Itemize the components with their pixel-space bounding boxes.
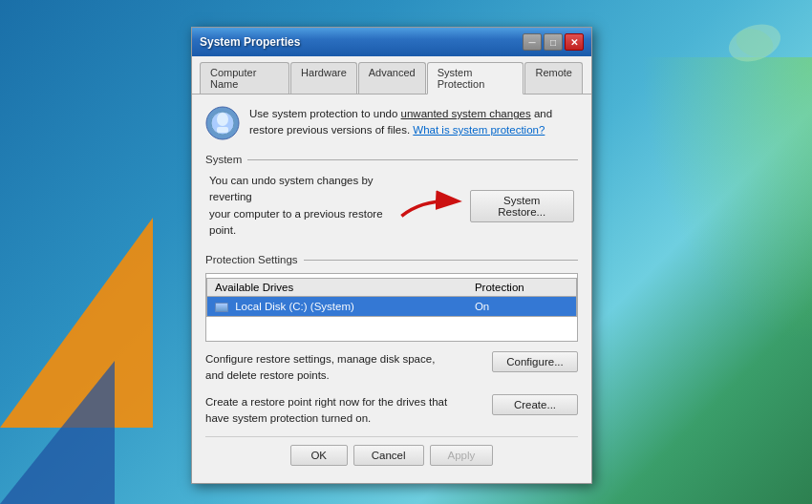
tab-advanced[interactable]: Advanced — [358, 62, 426, 94]
close-button[interactable]: ✕ — [565, 33, 584, 51]
maximize-button[interactable]: □ — [544, 33, 563, 51]
protection-label: Protection Settings — [205, 254, 298, 265]
system-restore-button[interactable]: System Restore... — [470, 190, 575, 222]
protection-section-line — [304, 260, 578, 261]
drive-icon — [215, 303, 228, 312]
apply-button[interactable]: Apply — [430, 445, 494, 466]
restore-row: You can undo system changes by reverting… — [205, 173, 578, 239]
col-protection: Protection — [467, 279, 577, 297]
drive-name: Local Disk (C:) (System) — [235, 301, 354, 312]
cancel-button[interactable]: Cancel — [353, 445, 424, 466]
title-bar: System Properties ─ □ ✕ — [192, 28, 591, 56]
info-text: Use system protection to undo unwanted s… — [249, 106, 552, 139]
tab-hardware[interactable]: Hardware — [290, 62, 357, 94]
configure-row: Configure restore settings, manage disk … — [205, 351, 578, 385]
table-row[interactable]: Local Disk (C:) (System) On — [207, 297, 577, 317]
system-section-line — [247, 159, 578, 160]
dialog-title: System Properties — [200, 35, 300, 49]
tab-computer-name[interactable]: Computer Name — [200, 62, 289, 94]
deco-green-right — [640, 57, 812, 344]
minimize-button[interactable]: ─ — [523, 33, 542, 51]
system-properties-dialog: System Properties ─ □ ✕ Computer Name Ha… — [191, 27, 592, 484]
desktop: System Properties ─ □ ✕ Computer Name Ha… — [0, 0, 812, 504]
deco-triangle-blue — [0, 361, 115, 504]
system-label: System — [205, 154, 242, 165]
tabs-bar: Computer Name Hardware Advanced System P… — [192, 56, 591, 94]
protection-section-header: Protection Settings — [205, 254, 578, 265]
butterfly-decoration — [726, 19, 783, 67]
tab-remote[interactable]: Remote — [524, 62, 583, 94]
what-is-link[interactable]: What is system protection? — [413, 124, 545, 136]
col-available-drives: Available Drives — [207, 279, 467, 297]
tab-system-protection[interactable]: System Protection — [427, 62, 524, 94]
create-row: Create a restore point right now for the… — [205, 394, 578, 428]
configure-button[interactable]: Configure... — [492, 351, 578, 372]
red-arrow — [397, 189, 464, 222]
drive-name-cell: Local Disk (C:) (System) — [207, 297, 467, 317]
ok-button[interactable]: OK — [290, 445, 348, 466]
title-bar-controls: ─ □ ✕ — [523, 33, 584, 51]
protection-section: Protection Settings Available Drives Pro… — [205, 254, 578, 342]
create-desc: Create a restore point right now for the… — [205, 394, 484, 428]
svg-point-4 — [217, 113, 228, 126]
svg-rect-6 — [217, 127, 228, 133]
create-button[interactable]: Create... — [492, 394, 578, 415]
info-section: Use system protection to undo unwanted s… — [205, 106, 578, 140]
footer-buttons: OK Cancel Apply — [205, 436, 578, 472]
system-protection-icon — [205, 106, 240, 140]
drives-table: Available Drives Protection Local Disk (… — [206, 278, 577, 317]
drives-table-wrapper: Available Drives Protection Local Disk (… — [205, 273, 578, 342]
system-section-header: System — [205, 154, 578, 165]
restore-description: You can undo system changes by reverting… — [209, 173, 392, 239]
configure-desc: Configure restore settings, manage disk … — [205, 351, 484, 385]
drive-protection-cell: On — [467, 297, 577, 317]
dialog-content: Use system protection to undo unwanted s… — [192, 94, 591, 483]
